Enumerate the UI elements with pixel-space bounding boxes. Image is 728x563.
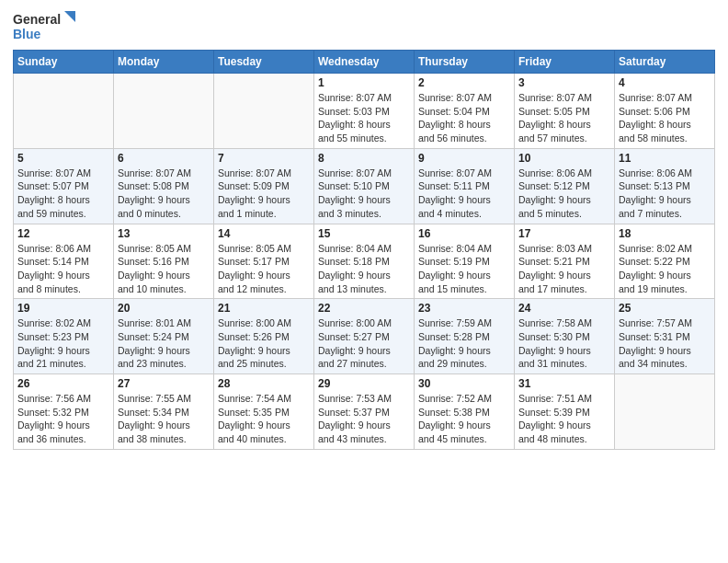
logo-triangle <box>64 11 75 22</box>
calendar-cell: 25Sunrise: 7:57 AM Sunset: 5:31 PM Dayli… <box>615 299 715 374</box>
calendar-cell: 27Sunrise: 7:55 AM Sunset: 5:34 PM Dayli… <box>114 374 214 450</box>
day-info: Sunrise: 8:07 AM Sunset: 5:08 PM Dayligh… <box>118 167 210 221</box>
weekday-monday: Monday <box>114 51 214 74</box>
day-number: 24 <box>518 302 610 315</box>
day-number: 21 <box>218 302 310 315</box>
week-row-1: 1Sunrise: 8:07 AM Sunset: 5:03 PM Daylig… <box>14 74 715 149</box>
calendar-cell: 31Sunrise: 7:51 AM Sunset: 5:39 PM Dayli… <box>515 374 615 450</box>
weekday-thursday: Thursday <box>415 51 515 74</box>
day-info: Sunrise: 8:07 AM Sunset: 5:04 PM Dayligh… <box>418 91 510 145</box>
header: General Blue <box>13 9 715 46</box>
day-number: 12 <box>17 227 109 240</box>
day-info: Sunrise: 7:58 AM Sunset: 5:30 PM Dayligh… <box>518 316 610 371</box>
day-number: 9 <box>418 152 510 165</box>
day-number: 15 <box>318 227 410 240</box>
day-number: 11 <box>619 152 711 165</box>
day-info: Sunrise: 8:07 AM Sunset: 5:09 PM Dayligh… <box>218 167 310 221</box>
calendar-cell: 12Sunrise: 8:06 AM Sunset: 5:14 PM Dayli… <box>14 224 114 299</box>
day-number: 3 <box>518 76 610 89</box>
calendar-cell: 1Sunrise: 8:07 AM Sunset: 5:03 PM Daylig… <box>314 74 415 149</box>
weekday-friday: Friday <box>515 51 615 74</box>
calendar-cell <box>114 74 214 149</box>
weekday-saturday: Saturday <box>615 51 715 74</box>
day-info: Sunrise: 8:07 AM Sunset: 5:10 PM Dayligh… <box>318 167 410 221</box>
day-info: Sunrise: 8:07 AM Sunset: 5:03 PM Dayligh… <box>318 91 410 145</box>
calendar-cell: 29Sunrise: 7:53 AM Sunset: 5:37 PM Dayli… <box>314 374 415 450</box>
day-number: 19 <box>17 302 109 315</box>
calendar-cell: 16Sunrise: 8:04 AM Sunset: 5:19 PM Dayli… <box>415 224 515 299</box>
calendar-cell: 19Sunrise: 8:02 AM Sunset: 5:23 PM Dayli… <box>14 299 114 374</box>
day-number: 26 <box>17 377 109 390</box>
day-info: Sunrise: 8:06 AM Sunset: 5:14 PM Dayligh… <box>17 242 109 296</box>
week-row-4: 19Sunrise: 8:02 AM Sunset: 5:23 PM Dayli… <box>14 299 715 374</box>
day-info: Sunrise: 8:02 AM Sunset: 5:23 PM Dayligh… <box>17 316 109 371</box>
day-info: Sunrise: 8:07 AM Sunset: 5:06 PM Dayligh… <box>619 91 711 145</box>
calendar: SundayMondayTuesdayWednesdayThursdayFrid… <box>13 50 715 450</box>
day-info: Sunrise: 8:07 AM Sunset: 5:05 PM Dayligh… <box>518 91 610 145</box>
day-info: Sunrise: 8:01 AM Sunset: 5:24 PM Dayligh… <box>118 316 210 371</box>
day-number: 28 <box>218 377 310 390</box>
day-number: 14 <box>218 227 310 240</box>
calendar-cell: 30Sunrise: 7:52 AM Sunset: 5:38 PM Dayli… <box>415 374 515 450</box>
logo-general: General <box>13 12 61 27</box>
week-row-2: 5Sunrise: 8:07 AM Sunset: 5:07 PM Daylig… <box>14 148 715 224</box>
day-info: Sunrise: 8:04 AM Sunset: 5:18 PM Dayligh… <box>318 242 410 296</box>
day-number: 18 <box>619 227 711 240</box>
calendar-cell: 9Sunrise: 8:07 AM Sunset: 5:11 PM Daylig… <box>415 148 515 224</box>
day-info: Sunrise: 8:02 AM Sunset: 5:22 PM Dayligh… <box>619 242 711 296</box>
day-number: 20 <box>118 302 210 315</box>
day-number: 8 <box>318 152 410 165</box>
day-info: Sunrise: 8:07 AM Sunset: 5:11 PM Dayligh… <box>418 167 510 221</box>
day-info: Sunrise: 7:52 AM Sunset: 5:38 PM Dayligh… <box>418 392 510 446</box>
day-number: 31 <box>518 377 610 390</box>
day-number: 7 <box>218 152 310 165</box>
calendar-cell: 17Sunrise: 8:03 AM Sunset: 5:21 PM Dayli… <box>515 224 615 299</box>
calendar-cell <box>14 74 114 149</box>
calendar-cell: 24Sunrise: 7:58 AM Sunset: 5:30 PM Dayli… <box>515 299 615 374</box>
calendar-cell: 5Sunrise: 8:07 AM Sunset: 5:07 PM Daylig… <box>14 148 114 224</box>
day-info: Sunrise: 7:59 AM Sunset: 5:28 PM Dayligh… <box>418 316 510 371</box>
day-info: Sunrise: 8:00 AM Sunset: 5:27 PM Dayligh… <box>318 316 410 371</box>
calendar-cell: 7Sunrise: 8:07 AM Sunset: 5:09 PM Daylig… <box>214 148 314 224</box>
calendar-cell: 20Sunrise: 8:01 AM Sunset: 5:24 PM Dayli… <box>114 299 214 374</box>
day-number: 22 <box>318 302 410 315</box>
day-number: 10 <box>518 152 610 165</box>
weekday-header-row: SundayMondayTuesdayWednesdayThursdayFrid… <box>14 51 715 74</box>
day-number: 5 <box>17 152 109 165</box>
weekday-sunday: Sunday <box>14 51 114 74</box>
calendar-cell: 6Sunrise: 8:07 AM Sunset: 5:08 PM Daylig… <box>114 148 214 224</box>
weekday-wednesday: Wednesday <box>314 51 415 74</box>
day-info: Sunrise: 7:51 AM Sunset: 5:39 PM Dayligh… <box>518 392 610 446</box>
day-number: 6 <box>118 152 210 165</box>
day-number: 16 <box>418 227 510 240</box>
day-number: 1 <box>318 76 410 89</box>
day-number: 27 <box>118 377 210 390</box>
calendar-cell: 22Sunrise: 8:00 AM Sunset: 5:27 PM Dayli… <box>314 299 415 374</box>
day-info: Sunrise: 8:07 AM Sunset: 5:07 PM Dayligh… <box>17 167 109 221</box>
calendar-cell: 26Sunrise: 7:56 AM Sunset: 5:32 PM Dayli… <box>14 374 114 450</box>
calendar-cell <box>615 374 715 450</box>
day-info: Sunrise: 8:04 AM Sunset: 5:19 PM Dayligh… <box>418 242 510 296</box>
logo: General Blue <box>13 9 77 46</box>
weekday-tuesday: Tuesday <box>214 51 314 74</box>
calendar-cell: 23Sunrise: 7:59 AM Sunset: 5:28 PM Dayli… <box>415 299 515 374</box>
day-info: Sunrise: 8:06 AM Sunset: 5:13 PM Dayligh… <box>619 167 711 221</box>
day-info: Sunrise: 7:55 AM Sunset: 5:34 PM Dayligh… <box>118 392 210 446</box>
logo-svg: General Blue <box>13 9 77 46</box>
calendar-cell: 8Sunrise: 8:07 AM Sunset: 5:10 PM Daylig… <box>314 148 415 224</box>
calendar-cell: 28Sunrise: 7:54 AM Sunset: 5:35 PM Dayli… <box>214 374 314 450</box>
calendar-cell: 14Sunrise: 8:05 AM Sunset: 5:17 PM Dayli… <box>214 224 314 299</box>
calendar-cell: 3Sunrise: 8:07 AM Sunset: 5:05 PM Daylig… <box>515 74 615 149</box>
day-info: Sunrise: 7:53 AM Sunset: 5:37 PM Dayligh… <box>318 392 410 446</box>
day-info: Sunrise: 7:54 AM Sunset: 5:35 PM Dayligh… <box>218 392 310 446</box>
page: General Blue SundayMondayTuesdayWednesda… <box>0 0 728 563</box>
day-number: 17 <box>518 227 610 240</box>
day-info: Sunrise: 7:57 AM Sunset: 5:31 PM Dayligh… <box>619 316 711 371</box>
calendar-cell: 10Sunrise: 8:06 AM Sunset: 5:12 PM Dayli… <box>515 148 615 224</box>
calendar-cell <box>214 74 314 149</box>
day-number: 13 <box>118 227 210 240</box>
day-info: Sunrise: 8:05 AM Sunset: 5:16 PM Dayligh… <box>118 242 210 296</box>
logo-blue: Blue <box>13 27 41 41</box>
day-number: 25 <box>619 302 711 315</box>
calendar-cell: 11Sunrise: 8:06 AM Sunset: 5:13 PM Dayli… <box>615 148 715 224</box>
